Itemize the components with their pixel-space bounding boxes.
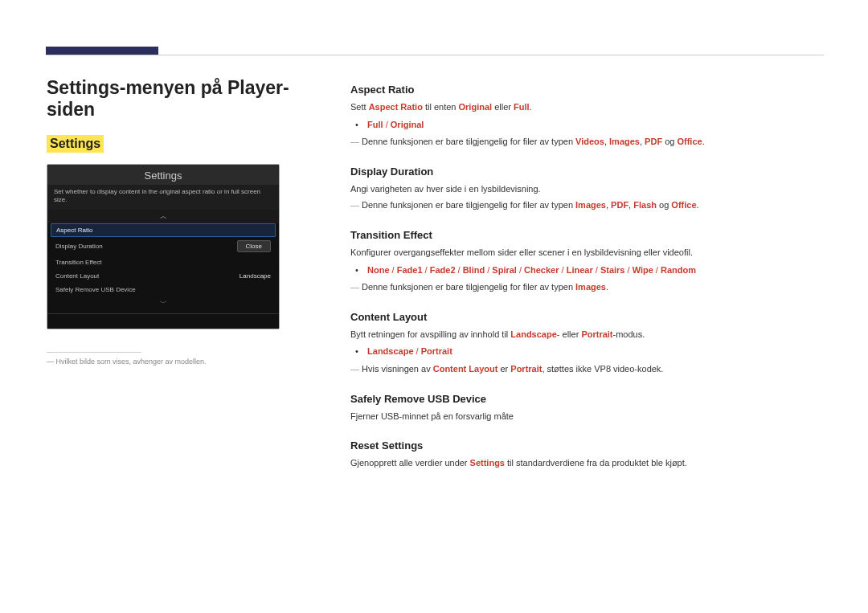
caption-rule	[47, 352, 141, 353]
header-rule	[46, 55, 824, 55]
panel-row-label: Aspect Ratio	[56, 227, 92, 234]
section-heading: Content Layout	[350, 311, 821, 323]
image-caption: ― Hvilket bilde som vises, avhenger av m…	[47, 358, 320, 366]
panel-description: Set whether to display content in the or…	[47, 185, 279, 210]
section-body: Gjenopprett alle verdier under Settings …	[350, 456, 821, 471]
section-body: Fjerner USB-minnet på en forsvarlig måte	[350, 410, 821, 424]
settings-panel-screenshot: Settings Set whether to display content …	[47, 164, 280, 329]
section-heading: Safely Remove USB Device	[350, 393, 821, 405]
section-display-duration: Display Duration Angi varigheten av hver…	[350, 166, 821, 213]
section-body: Sett Aspect Ratio til enten Original ell…	[350, 100, 821, 115]
page-title: Settings-menyen på Player-siden	[47, 77, 320, 121]
section-safely-remove-usb: Safely Remove USB Device Fjerner USB-min…	[350, 393, 821, 424]
header-accent-bar	[46, 47, 158, 55]
option-list-item: None / Fade1 / Fade2 / Blind / Spiral / …	[365, 264, 821, 278]
panel-row-label: Transition Effect	[55, 259, 101, 266]
section-highlight-settings: Settings	[47, 135, 104, 153]
section-note: Hvis visningen av Content Layout er Port…	[350, 362, 821, 377]
option-list-item: Landscape / Portrait	[365, 345, 821, 359]
panel-close-button: Close	[237, 240, 271, 252]
panel-title: Settings	[47, 165, 279, 185]
section-note: Denne funksjonen er bare tilgjengelig fo…	[350, 135, 821, 149]
panel-row-usb: Safely Remove USB Device	[47, 283, 279, 296]
panel-list: Aspect Ratio Display Duration Close Tran…	[47, 223, 279, 296]
section-note: Denne funksjonen er bare tilgjengelig fo…	[350, 198, 821, 213]
section-aspect-ratio: Aspect Ratio Sett Aspect Ratio til enten…	[350, 84, 821, 149]
page-content: Settings-menyen på Player-siden Settings…	[0, 0, 868, 519]
panel-row-transition: Transition Effect	[47, 255, 279, 269]
panel-row-value: Landscape	[240, 272, 271, 280]
option-list-item: Full / Original	[365, 118, 821, 133]
section-heading: Transition Effect	[350, 229, 821, 241]
scroll-down-icon: ﹀	[47, 296, 279, 314]
section-body: Bytt retningen for avspilling av innhold…	[350, 328, 821, 342]
panel-row-aspect-ratio: Aspect Ratio	[51, 223, 276, 237]
panel-row-label: Display Duration	[55, 243, 103, 250]
panel-row-label: Safely Remove USB Device	[55, 286, 136, 293]
section-transition-effect: Transition Effect Konfigurer overgangsef…	[350, 229, 821, 295]
section-reset-settings: Reset Settings Gjenopprett alle verdier …	[350, 439, 821, 471]
right-column: Aspect Ratio Sett Aspect Ratio til enten…	[350, 77, 821, 487]
panel-filler	[47, 314, 279, 329]
left-column: Settings-menyen på Player-siden Settings…	[47, 77, 320, 487]
section-heading: Display Duration	[350, 166, 821, 178]
panel-row-content-layout: Content Layout Landscape	[47, 269, 279, 283]
section-content-layout: Content Layout Bytt retningen for avspil…	[350, 311, 821, 377]
section-heading: Aspect Ratio	[350, 84, 821, 96]
section-heading: Reset Settings	[350, 439, 821, 452]
scroll-up-icon: ︿	[47, 210, 279, 223]
panel-row-display-duration: Display Duration Close	[47, 237, 279, 255]
section-note: Denne funksjonen er bare tilgjengelig fo…	[350, 280, 821, 295]
section-body: Konfigurer overgangseffekter mellom side…	[350, 246, 821, 260]
panel-row-label: Content Layout	[55, 272, 99, 280]
section-body: Angi varigheten av hver side i en lysbil…	[350, 182, 821, 197]
